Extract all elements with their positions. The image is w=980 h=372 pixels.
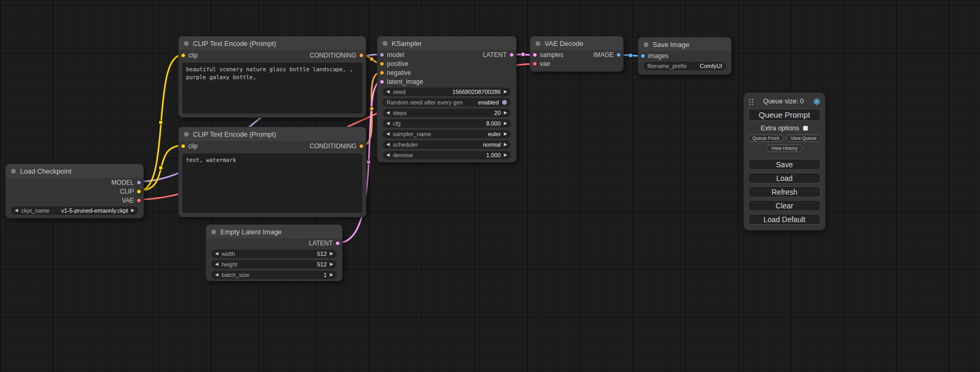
increment-arrow-icon[interactable]: ▶: [504, 132, 507, 136]
widget-value: euler: [488, 131, 500, 137]
clip-output-dot[interactable]: [137, 189, 141, 194]
node-empty-latent-image[interactable]: Empty Latent Image LATENT ◀ width 512 ▶ …: [206, 224, 343, 281]
filename-prefix-text-widget[interactable]: filename_prefix ComfyUI: [644, 62, 726, 70]
vae-input-dot[interactable]: [532, 61, 537, 66]
cfg-number-widget[interactable]: ◀ cfg 8.000 ▶: [383, 119, 511, 128]
toggle-indicator-dot[interactable]: [502, 100, 507, 105]
height-number-widget[interactable]: ◀ height 512 ▶: [211, 260, 337, 269]
increment-arrow-icon[interactable]: ▶: [504, 111, 507, 115]
seed-number-widget[interactable]: ◀ seed 156680208700286 ▶: [383, 88, 511, 96]
node-status-dot: [184, 41, 189, 46]
view-queue-button[interactable]: View Queue: [786, 135, 821, 142]
decrement-arrow-icon[interactable]: ◀: [215, 273, 218, 277]
queue-prompt-button[interactable]: Queue Prompt: [748, 109, 821, 121]
decrement-arrow-icon[interactable]: ◀: [386, 142, 390, 147]
widget-value: enabled: [478, 99, 499, 106]
positive-prompt-textarea[interactable]: beautiful scenery nature glass bottle la…: [182, 63, 362, 113]
images-input-dot[interactable]: [641, 53, 645, 58]
slot-label: CONDITIONING: [309, 52, 356, 59]
decrement-arrow-icon[interactable]: ◀: [215, 252, 218, 256]
conditioning-output-dot[interactable]: [359, 53, 364, 58]
latent-image-input-dot[interactable]: [380, 79, 384, 84]
link-midpoint-dot: [521, 52, 525, 56]
node-title-bar[interactable]: Empty Latent Image: [206, 225, 342, 239]
node-title-text: Empty Latent Image: [220, 228, 282, 236]
slot-row: model LATENT: [377, 50, 516, 59]
node-title-bar[interactable]: CLIP Text Encode (Prompt): [179, 127, 366, 141]
denoise-number-widget[interactable]: ◀ denoise 1.000 ▶: [383, 151, 511, 159]
node-clip-text-encode-negative[interactable]: CLIP Text Encode (Prompt) clip CONDITION…: [178, 127, 366, 217]
batch-size-number-widget[interactable]: ◀ batch_size 1 ▶: [211, 271, 337, 279]
ckpt-name-combo-widget[interactable]: ◀ ckpt_name v1-5-pruned-emaonly.ckpt ▶: [11, 206, 138, 215]
decrement-arrow-icon[interactable]: ◀: [386, 153, 390, 157]
node-title-bar[interactable]: Load Checkpoint: [6, 164, 143, 178]
widget-value: ComfyUI: [700, 63, 722, 69]
vae-output-dot[interactable]: [137, 198, 141, 203]
slot-label: samples: [540, 51, 564, 59]
model-output-dot[interactable]: [137, 180, 141, 185]
extra-options-checkbox[interactable]: [803, 126, 808, 131]
decrement-arrow-icon[interactable]: ◀: [386, 111, 390, 115]
node-vae-decode[interactable]: VAE Decode samples IMAGE vae: [530, 36, 624, 72]
refresh-button[interactable]: Refresh: [748, 186, 821, 197]
link-midpoint-dot: [159, 166, 163, 170]
increment-arrow-icon[interactable]: ▶: [504, 121, 507, 126]
node-title-bar[interactable]: CLIP Text Encode (Prompt): [179, 36, 366, 50]
graph-canvas[interactable]: Load Checkpoint MODEL CLIP VAE ◀ ckpt_na…: [0, 0, 980, 372]
node-clip-text-encode-positive[interactable]: CLIP Text Encode (Prompt) clip CONDITION…: [178, 36, 366, 118]
width-number-widget[interactable]: ◀ width 512 ▶: [211, 250, 337, 258]
scheduler-combo-widget[interactable]: ◀ scheduler normal ▶: [383, 140, 511, 149]
node-status-dot: [644, 42, 648, 47]
increment-arrow-icon[interactable]: ▶: [330, 273, 333, 277]
decrement-arrow-icon[interactable]: ◀: [215, 262, 218, 266]
widget-name: Random seed after every gen: [386, 99, 475, 106]
node-load-checkpoint[interactable]: Load Checkpoint MODEL CLIP VAE ◀ ckpt_na…: [5, 164, 144, 218]
slot-row: negative: [377, 68, 516, 77]
clear-button[interactable]: Clear: [748, 200, 821, 211]
conditioning-output-dot[interactable]: [359, 144, 364, 149]
increment-arrow-icon[interactable]: ▶: [504, 153, 507, 157]
steps-number-widget[interactable]: ◀ steps 20 ▶: [383, 109, 511, 117]
slot-row: positive: [377, 59, 516, 68]
load-button[interactable]: Load: [748, 173, 821, 184]
samples-input-dot[interactable]: [532, 52, 537, 57]
node-title-bar[interactable]: VAE Decode: [530, 36, 623, 50]
negative-input-dot[interactable]: [380, 70, 384, 75]
node-title-bar[interactable]: Save Image: [638, 37, 731, 51]
latent-output-dot[interactable]: [509, 52, 514, 57]
save-button[interactable]: Save: [748, 159, 821, 170]
increment-arrow-icon[interactable]: ▶: [131, 208, 134, 213]
widget-value: 20: [494, 110, 501, 116]
decrement-arrow-icon[interactable]: ◀: [386, 90, 390, 94]
increment-arrow-icon[interactable]: ▶: [504, 142, 507, 147]
drag-handle-icon[interactable]: [748, 98, 754, 105]
node-save-image[interactable]: Save Image images filename_prefix ComfyU…: [638, 37, 732, 75]
settings-gear-icon[interactable]: [813, 98, 821, 106]
queue-front-button[interactable]: Queue Front: [748, 135, 784, 142]
negative-prompt-textarea[interactable]: text, watermark: [182, 154, 362, 213]
increment-arrow-icon[interactable]: ▶: [330, 252, 333, 256]
positive-input-dot[interactable]: [380, 61, 384, 66]
node-title-text: CLIP Text Encode (Prompt): [193, 130, 276, 138]
increment-arrow-icon[interactable]: ▶: [330, 262, 333, 266]
widget-value: 8.000: [486, 120, 501, 127]
clip-input-dot[interactable]: [181, 53, 186, 58]
decrement-arrow-icon[interactable]: ◀: [386, 132, 390, 136]
node-ksampler[interactable]: KSampler model LATENT positive negative …: [377, 36, 517, 163]
clip-input-dot[interactable]: [181, 144, 186, 149]
load-default-button[interactable]: Load Default: [748, 214, 821, 225]
random-seed-toggle-widget[interactable]: Random seed after every gen enabled: [383, 98, 511, 107]
increment-arrow-icon[interactable]: ▶: [504, 90, 507, 94]
queue-size-label: Queue size: 0: [756, 98, 810, 105]
latent-output-dot[interactable]: [335, 241, 340, 246]
decrement-arrow-icon[interactable]: ◀: [15, 208, 18, 213]
slot-label: MODEL: [111, 179, 134, 186]
decrement-arrow-icon[interactable]: ◀: [386, 121, 390, 126]
model-input-dot[interactable]: [380, 52, 384, 57]
widget-name: height: [221, 261, 314, 268]
node-title-bar[interactable]: KSampler: [377, 36, 516, 50]
image-output-dot[interactable]: [616, 52, 621, 57]
slot-label: CLIP: [120, 188, 134, 195]
sampler-name-combo-widget[interactable]: ◀ sampler_name euler ▶: [383, 130, 511, 138]
view-history-button[interactable]: View History: [766, 145, 802, 152]
